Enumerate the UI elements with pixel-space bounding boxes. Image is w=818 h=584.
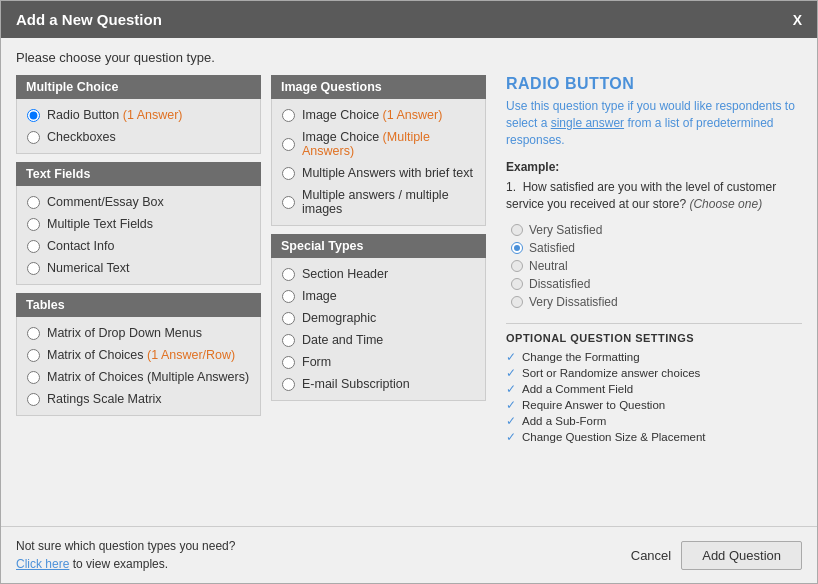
optional-label-comment: Add a Comment Field xyxy=(522,383,633,395)
example-radio-dissatisfied xyxy=(511,278,523,290)
matrix-dropdown-radio[interactable] xyxy=(27,327,40,340)
optional-label-subform: Add a Sub-Form xyxy=(522,415,606,427)
section-header-option[interactable]: Section Header xyxy=(282,263,475,285)
matrix-dropdown-option[interactable]: Matrix of Drop Down Menus xyxy=(27,322,250,344)
ratings-scale-radio[interactable] xyxy=(27,393,40,406)
special-types-body: Section Header Image Demographic Date an… xyxy=(271,258,486,401)
checkboxes-label: Checkboxes xyxy=(47,130,116,144)
email-subscription-option[interactable]: E-mail Subscription xyxy=(282,373,475,395)
contact-info-radio[interactable] xyxy=(27,240,40,253)
demographic-option[interactable]: Demographic xyxy=(282,307,475,329)
comment-essay-option[interactable]: Comment/Essay Box xyxy=(27,191,250,213)
optional-label-size: Change Question Size & Placement xyxy=(522,431,705,443)
multiple-answers-brief-radio[interactable] xyxy=(282,167,295,180)
tables-body: Matrix of Drop Down Menus Matrix of Choi… xyxy=(16,317,261,416)
date-time-radio[interactable] xyxy=(282,334,295,347)
image-choice-multi-option[interactable]: Image Choice (Multiple Answers) xyxy=(282,126,475,162)
demographic-radio[interactable] xyxy=(282,312,295,325)
left-column: Multiple Choice Radio Button (1 Answer) … xyxy=(16,75,261,526)
optional-settings: OPTIONAL QUESTION SETTINGS ✓ Change the … xyxy=(506,323,802,445)
email-subscription-radio[interactable] xyxy=(282,378,295,391)
dialog-footer: Not sure which question types you need? … xyxy=(1,526,817,583)
image-radio[interactable] xyxy=(282,290,295,303)
example-label: Example: xyxy=(506,160,802,174)
close-button[interactable]: X xyxy=(793,12,802,28)
dialog-prompt: Please choose your question type. xyxy=(16,50,802,65)
right-panel-desc: Use this question type if you would like… xyxy=(506,98,802,148)
to-view-text: to view examples. xyxy=(73,557,168,571)
image-label: Image xyxy=(302,289,337,303)
checkmark-size: ✓ xyxy=(506,430,516,444)
image-choice-1-label: Image Choice (1 Answer) xyxy=(302,108,442,122)
checkmark-sort: ✓ xyxy=(506,366,516,380)
add-question-dialog: Add a New Question X Please choose your … xyxy=(0,0,818,584)
numerical-text-radio[interactable] xyxy=(27,262,40,275)
text-fields-body: Comment/Essay Box Multiple Text Fields C… xyxy=(16,186,261,285)
multiple-answers-images-option[interactable]: Multiple answers / multiple images xyxy=(282,184,475,220)
footer-buttons: Cancel Add Question xyxy=(631,541,802,570)
multiple-answers-images-radio[interactable] xyxy=(282,196,295,209)
image-choice-1-option[interactable]: Image Choice (1 Answer) xyxy=(282,104,475,126)
date-time-option[interactable]: Date and Time xyxy=(282,329,475,351)
radio-button-option[interactable]: Radio Button (1 Answer) xyxy=(27,104,250,126)
columns-container: Multiple Choice Radio Button (1 Answer) … xyxy=(16,75,802,526)
ratings-scale-label: Ratings Scale Matrix xyxy=(47,392,162,406)
cancel-button[interactable]: Cancel xyxy=(631,548,671,563)
comment-essay-label: Comment/Essay Box xyxy=(47,195,164,209)
checkmark-formatting: ✓ xyxy=(506,350,516,364)
multiple-text-radio[interactable] xyxy=(27,218,40,231)
optional-item-comment: ✓ Add a Comment Field xyxy=(506,381,802,397)
right-panel-title: RADIO BUTTON xyxy=(506,75,802,93)
multiple-answers-images-label: Multiple answers / multiple images xyxy=(302,188,475,216)
form-radio[interactable] xyxy=(282,356,295,369)
multiple-text-option[interactable]: Multiple Text Fields xyxy=(27,213,250,235)
example-option-very-dissatisfied: Very Dissatisfied xyxy=(511,293,802,311)
multiple-choice-header: Multiple Choice xyxy=(16,75,261,99)
matrix-choices-1-radio[interactable] xyxy=(27,349,40,362)
optional-item-subform: ✓ Add a Sub-Form xyxy=(506,413,802,429)
comment-essay-radio[interactable] xyxy=(27,196,40,209)
contact-info-option[interactable]: Contact Info xyxy=(27,235,250,257)
optional-settings-title: OPTIONAL QUESTION SETTINGS xyxy=(506,332,802,344)
optional-item-sort: ✓ Sort or Randomize answer choices xyxy=(506,365,802,381)
example-label-dissatisfied: Dissatisfied xyxy=(529,277,590,291)
image-questions-body: Image Choice (1 Answer) Image Choice (Mu… xyxy=(271,99,486,226)
multiple-choice-body: Radio Button (1 Answer) Checkboxes xyxy=(16,99,261,154)
radio-button-radio[interactable] xyxy=(27,109,40,122)
demographic-label: Demographic xyxy=(302,311,376,325)
image-choice-1-radio[interactable] xyxy=(282,109,295,122)
dialog-title: Add a New Question xyxy=(16,11,162,28)
multiple-answers-brief-option[interactable]: Multiple Answers with brief text xyxy=(282,162,475,184)
matrix-choices-multi-option[interactable]: Matrix of Choices (Multiple Answers) xyxy=(27,366,250,388)
footer-help-text: Not sure which question types you need? … xyxy=(16,537,235,573)
matrix-choices-multi-label: Matrix of Choices (Multiple Answers) xyxy=(47,370,249,384)
image-questions-header: Image Questions xyxy=(271,75,486,99)
radio-button-label: Radio Button (1 Answer) xyxy=(47,108,183,122)
image-option[interactable]: Image xyxy=(282,285,475,307)
matrix-choices-1-label: Matrix of Choices (1 Answer/Row) xyxy=(47,348,235,362)
image-choice-multi-label: Image Choice (Multiple Answers) xyxy=(302,130,475,158)
matrix-dropdown-label: Matrix of Drop Down Menus xyxy=(47,326,202,340)
click-here-link[interactable]: Click here xyxy=(16,557,69,571)
form-label: Form xyxy=(302,355,331,369)
example-option-neutral: Neutral xyxy=(511,257,802,275)
form-option[interactable]: Form xyxy=(282,351,475,373)
checkboxes-option[interactable]: Checkboxes xyxy=(27,126,250,148)
image-choice-multi-radio[interactable] xyxy=(282,138,295,151)
dialog-header: Add a New Question X xyxy=(1,1,817,38)
matrix-choices-multi-radio[interactable] xyxy=(27,371,40,384)
checkboxes-radio[interactable] xyxy=(27,131,40,144)
multiple-text-label: Multiple Text Fields xyxy=(47,217,153,231)
numerical-text-option[interactable]: Numerical Text xyxy=(27,257,250,279)
matrix-choices-1-option[interactable]: Matrix of Choices (1 Answer/Row) xyxy=(27,344,250,366)
add-question-button[interactable]: Add Question xyxy=(681,541,802,570)
example-option-dissatisfied: Dissatisfied xyxy=(511,275,802,293)
ratings-scale-option[interactable]: Ratings Scale Matrix xyxy=(27,388,250,410)
section-header-label: Section Header xyxy=(302,267,388,281)
right-panel: RADIO BUTTON Use this question type if y… xyxy=(496,75,802,526)
example-radio-very-satisfied xyxy=(511,224,523,236)
section-header-radio[interactable] xyxy=(282,268,295,281)
checkmark-subform: ✓ xyxy=(506,414,516,428)
example-radio-very-dissatisfied xyxy=(511,296,523,308)
example-radio-neutral xyxy=(511,260,523,272)
